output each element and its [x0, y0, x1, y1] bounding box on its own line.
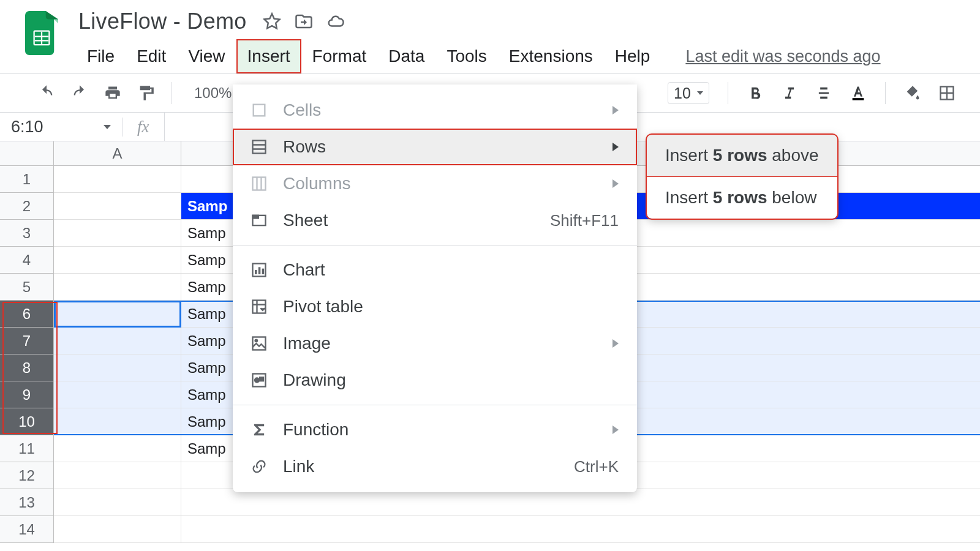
italic-icon[interactable]	[781, 84, 798, 102]
row-header-10[interactable]: 10	[0, 408, 54, 435]
zoom-select[interactable]: 100%	[189, 84, 232, 102]
svg-rect-11	[253, 216, 258, 219]
menu-format[interactable]: Format	[301, 39, 378, 73]
font-size-select[interactable]: 10	[668, 82, 709, 104]
row-header-11[interactable]: 11	[0, 435, 54, 462]
star-icon[interactable]	[263, 12, 281, 31]
insert-rows-below-suffix: below	[767, 188, 817, 207]
row-header-8[interactable]: 8	[0, 354, 54, 381]
zoom-value: 100%	[194, 84, 232, 102]
fill-color-icon[interactable]	[904, 84, 921, 102]
move-icon[interactable]	[295, 12, 313, 31]
row-header-2[interactable]: 2	[0, 193, 54, 220]
cell-A5[interactable]	[54, 274, 181, 301]
row-header-7[interactable]: 7	[0, 328, 54, 354]
insert-function[interactable]: Function	[233, 411, 637, 448]
menu-help[interactable]: Help	[604, 39, 662, 73]
last-edit-link[interactable]: Last edit was seconds ago	[685, 47, 880, 66]
font-size-value: 10	[674, 84, 691, 102]
chevron-right-icon	[612, 143, 619, 151]
cell-A6[interactable]	[54, 301, 181, 328]
cell-A8[interactable]	[54, 354, 181, 381]
menu-file[interactable]: File	[76, 39, 126, 73]
insert-rows-below-bold: 5 rows	[713, 188, 767, 207]
row-header-6[interactable]: 6	[0, 301, 54, 328]
select-all-corner[interactable]	[0, 141, 54, 166]
cell-A12[interactable]	[54, 462, 181, 489]
document-title[interactable]: LiveFlow - Demo	[76, 7, 249, 36]
insert-rows-below-prefix: Insert	[665, 188, 713, 207]
row-header-14[interactable]: 14	[0, 516, 54, 543]
name-box[interactable]: 6:10	[0, 118, 123, 137]
menu-tools[interactable]: Tools	[435, 39, 497, 73]
insert-pivot-table[interactable]: Pivot table	[233, 288, 637, 325]
insert-drawing-label: Drawing	[283, 370, 346, 390]
cell-A3[interactable]	[54, 220, 181, 247]
cell-A10[interactable]	[54, 408, 181, 435]
insert-rows-above-bold: 5 rows	[713, 146, 767, 165]
sheets-logo-icon[interactable]	[24, 11, 59, 55]
insert-sheet-shortcut: Shift+F11	[550, 211, 619, 230]
row-header-5[interactable]: 5	[0, 274, 54, 301]
insert-image[interactable]: Image	[233, 325, 637, 362]
svg-rect-9	[253, 178, 266, 190]
insert-rows[interactable]: Rows	[233, 129, 637, 165]
text-color-icon[interactable]	[850, 84, 867, 102]
insert-rows-above[interactable]: Insert 5 rows above	[647, 135, 837, 176]
cell-B13[interactable]	[181, 489, 980, 516]
insert-drawing[interactable]: Drawing	[233, 362, 637, 399]
cell-B14[interactable]	[181, 516, 980, 543]
cell-A2[interactable]	[54, 193, 181, 220]
row-header-13[interactable]: 13	[0, 489, 54, 516]
chevron-right-icon	[612, 179, 619, 188]
insert-function-label: Function	[283, 420, 349, 440]
row-header-9[interactable]: 9	[0, 381, 54, 408]
menu-data[interactable]: Data	[377, 39, 435, 73]
insert-rows-label: Rows	[283, 137, 326, 157]
menu-insert[interactable]: Insert	[236, 39, 301, 73]
image-icon	[250, 335, 268, 352]
insert-columns: Columns	[233, 165, 637, 202]
row-header-4[interactable]: 4	[0, 247, 54, 274]
rows-icon	[250, 138, 268, 156]
svg-rect-21	[260, 377, 263, 381]
menu-bar: File Edit View Insert Format Data Tools …	[76, 39, 881, 73]
svg-rect-5	[853, 98, 864, 100]
bold-icon[interactable]	[747, 84, 764, 102]
insert-chart-label: Chart	[283, 260, 325, 280]
paint-format-icon[interactable]	[137, 84, 154, 102]
cell-A1[interactable]	[54, 166, 181, 193]
name-box-value: 6:10	[11, 118, 43, 137]
cell-A9[interactable]	[54, 381, 181, 408]
cell-A7[interactable]	[54, 328, 181, 354]
insert-link[interactable]: Link Ctrl+K	[233, 448, 637, 485]
svg-rect-16	[253, 301, 266, 313]
insert-rows-below[interactable]: Insert 5 rows below	[647, 177, 837, 219]
menu-edit[interactable]: Edit	[126, 39, 177, 73]
cloud-icon[interactable]	[326, 12, 345, 31]
insert-chart[interactable]: Chart	[233, 252, 637, 288]
cell-A14[interactable]	[54, 516, 181, 543]
svg-rect-7	[254, 105, 265, 116]
menu-extensions[interactable]: Extensions	[498, 39, 604, 73]
redo-icon[interactable]	[71, 84, 88, 102]
insert-cells-label: Cells	[283, 100, 321, 120]
chevron-right-icon	[612, 425, 619, 434]
insert-pivot-label: Pivot table	[283, 297, 363, 317]
row-header-1[interactable]: 1	[0, 166, 54, 193]
undo-icon[interactable]	[38, 84, 55, 102]
insert-sheet[interactable]: Sheet Shift+F11	[233, 202, 637, 239]
strikethrough-icon[interactable]	[815, 84, 832, 102]
cells-icon	[250, 102, 268, 119]
cell-A11[interactable]	[54, 435, 181, 462]
menu-view[interactable]: View	[177, 39, 236, 73]
print-icon[interactable]	[104, 84, 121, 102]
svg-rect-15	[262, 269, 265, 274]
cell-A13[interactable]	[54, 489, 181, 516]
cell-A4[interactable]	[54, 247, 181, 274]
row-header-12[interactable]: 12	[0, 462, 54, 489]
row-header-3[interactable]: 3	[0, 220, 54, 247]
column-header-A[interactable]: A	[54, 141, 181, 166]
insert-menu-dropdown: Cells Rows Columns Sheet Shift+F11 Chart…	[233, 84, 637, 492]
borders-icon[interactable]	[938, 84, 956, 102]
